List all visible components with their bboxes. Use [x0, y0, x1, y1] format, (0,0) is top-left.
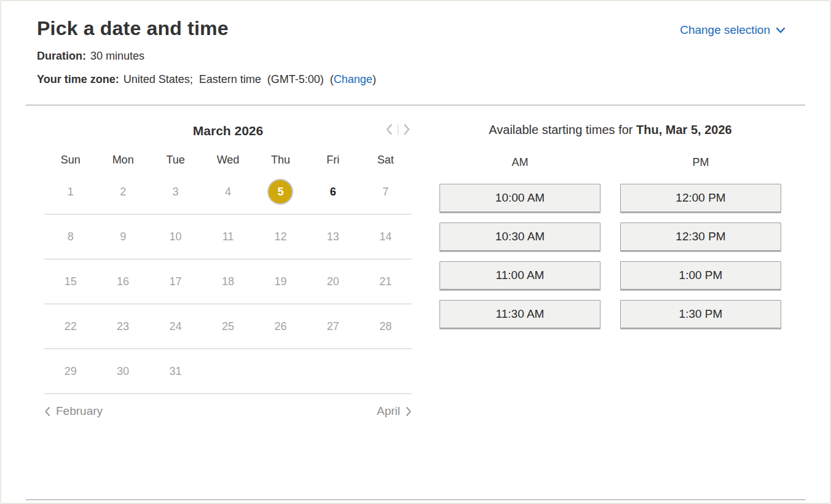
- time-slot-button[interactable]: 12:00 PM: [620, 184, 781, 212]
- weekday-label: Thu: [271, 154, 290, 170]
- calendar-day-24: 24: [170, 320, 182, 333]
- header: Pick a date and time Duration: 30 minute…: [1, 1, 830, 86]
- calendar-day-14: 14: [379, 230, 392, 243]
- timezone-value: United States; Eastern time (GMT-5:00): [124, 73, 324, 85]
- calendar-day-4: 4: [225, 186, 231, 199]
- calendar-day-11: 11: [223, 230, 234, 243]
- calendar-day-1: 1: [68, 186, 74, 199]
- calendar-day-9: 9: [120, 230, 126, 243]
- calendar-week-row: 293031: [44, 349, 412, 394]
- weekday-label: Mon: [112, 154, 134, 170]
- duration-line: Duration: 30 minutes: [37, 49, 781, 63]
- calendar-day-16: 16: [117, 275, 129, 288]
- time-slot-button[interactable]: 12:30 PM: [620, 222, 781, 251]
- prev-month-arrow-button[interactable]: [385, 124, 393, 135]
- calendar-day-19: 19: [274, 275, 286, 288]
- calendar-day-5[interactable]: 5: [269, 180, 292, 203]
- time-column-header: AM: [439, 156, 601, 169]
- change-selection-button[interactable]: Change selection: [680, 23, 786, 37]
- chevron-right-icon: [406, 406, 412, 417]
- calendar-week-row: 15161718192021: [44, 259, 412, 304]
- time-column-am: AM10:00 AM10:30 AM11:00 AM11:30 AM: [439, 156, 601, 339]
- change-selection-label: Change selection: [680, 23, 770, 37]
- calendar-day-3: 3: [173, 186, 179, 199]
- weekday-label: Tue: [166, 154, 184, 170]
- prev-month-button[interactable]: February: [44, 404, 103, 418]
- calendar-day-25: 25: [222, 320, 234, 333]
- calendar-day-20: 20: [327, 275, 339, 288]
- chevron-down-icon: [776, 27, 786, 34]
- calendar-day-17: 17: [170, 275, 182, 288]
- time-slot-button[interactable]: 11:00 AM: [439, 261, 601, 289]
- weekday-label: Sun: [61, 154, 81, 170]
- timezone-label: Your time zone:: [37, 73, 119, 85]
- next-month-button[interactable]: April: [377, 404, 412, 418]
- calendar-month-title: March 2026: [44, 122, 412, 140]
- available-times-header: Available starting times for Thu, Mar 5,…: [439, 122, 781, 138]
- next-month-arrow-button[interactable]: [403, 124, 411, 135]
- timezone-paren-close: ): [372, 73, 376, 85]
- header-divider: [26, 104, 805, 106]
- duration-label: Duration:: [37, 50, 86, 62]
- calendar-week-row: 1234567: [44, 170, 412, 215]
- prev-month-label: February: [56, 404, 103, 418]
- chevron-left-icon: [385, 124, 393, 135]
- weekday-label: Fri: [326, 154, 339, 170]
- time-slot-button[interactable]: 1:00 PM: [620, 261, 781, 289]
- calendar-header: March 2026: [44, 122, 412, 144]
- weekday-label: Wed: [217, 154, 240, 170]
- page-title: Pick a date and time: [37, 17, 781, 39]
- weekday-header-row: SunMonTueWedThuFriSat: [44, 154, 412, 170]
- calendar: March 2026 SunMonTueWedThuFriSat 1234567…: [44, 122, 412, 418]
- time-slot-button[interactable]: 10:30 AM: [439, 222, 601, 251]
- date-time-picker-panel: Pick a date and time Duration: 30 minute…: [0, 0, 831, 504]
- calendar-day-6[interactable]: 6: [330, 186, 336, 199]
- calendar-day-27: 27: [327, 320, 339, 333]
- calendar-day-12: 12: [274, 230, 286, 243]
- time-column-header: PM: [620, 156, 781, 169]
- nav-divider: [398, 125, 398, 135]
- calendar-day-10: 10: [170, 230, 182, 243]
- calendar-day-26: 26: [274, 320, 286, 333]
- time-slot-button[interactable]: 10:00 AM: [439, 184, 601, 212]
- calendar-day-13: 13: [327, 230, 339, 243]
- calendar-grid: 1234567891011121314151617181920212223242…: [44, 170, 412, 394]
- duration-value: 30 minutes: [90, 50, 144, 62]
- next-month-label: April: [377, 404, 400, 418]
- calendar-day-8: 8: [68, 230, 74, 243]
- calendar-day-15: 15: [65, 275, 77, 288]
- timezone-paren-open: (: [324, 73, 334, 85]
- timezone-line: Your time zone: United States; Eastern t…: [37, 73, 781, 86]
- chevron-right-icon: [403, 124, 411, 135]
- calendar-day-30: 30: [117, 365, 129, 378]
- chevron-left-icon: [44, 406, 50, 417]
- calendar-day-2: 2: [120, 186, 126, 199]
- calendar-day-29: 29: [65, 365, 77, 378]
- time-slot-button[interactable]: 11:30 AM: [439, 300, 601, 328]
- calendar-day-31: 31: [170, 365, 182, 378]
- calendar-day-21: 21: [379, 275, 392, 288]
- available-times-panel: Available starting times for Thu, Mar 5,…: [439, 122, 781, 339]
- time-column-pm: PM12:00 PM12:30 PM1:00 PM1:30 PM: [620, 156, 781, 339]
- time-slot-button[interactable]: 1:30 PM: [620, 300, 781, 328]
- calendar-week-row: 22232425262728: [44, 304, 412, 349]
- calendar-day-22: 22: [65, 320, 77, 333]
- available-times-date: Thu, Mar 5, 2026: [636, 123, 732, 136]
- calendar-footer: February April: [44, 394, 412, 418]
- calendar-week-row: 891011121314: [44, 215, 412, 259]
- calendar-day-28: 28: [379, 320, 392, 333]
- calendar-month-nav: [385, 124, 411, 135]
- available-times-prefix: Available starting times for: [489, 123, 632, 136]
- calendar-day-18: 18: [222, 275, 234, 288]
- calendar-day-23: 23: [117, 320, 129, 333]
- calendar-day-7: 7: [382, 186, 388, 199]
- weekday-label: Sat: [377, 154, 394, 170]
- footer-divider: [26, 499, 805, 500]
- time-columns: AM10:00 AM10:30 AM11:00 AM11:30 AMPM12:0…: [439, 156, 781, 339]
- timezone-change-link[interactable]: Change: [334, 73, 372, 85]
